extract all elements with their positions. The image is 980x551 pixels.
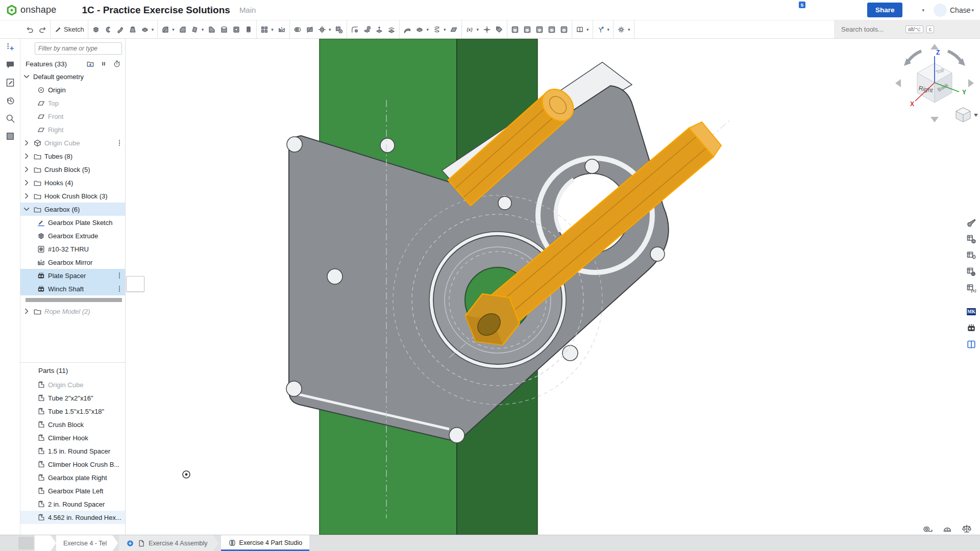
notifications-button[interactable]: 5 <box>790 4 802 16</box>
replace-face-button[interactable] <box>385 23 398 36</box>
feature-row-default-geometry[interactable]: Default geometry <box>20 70 125 83</box>
mate-connector-button[interactable] <box>481 23 493 36</box>
angle-tool-button[interactable] <box>941 522 953 535</box>
part-row-tube-2-x2-x16[interactable]: Tube 2"x2"x16" <box>20 391 125 405</box>
feature-row-origin-cube[interactable]: Origin Cube <box>20 136 125 149</box>
thread-button[interactable] <box>242 23 255 36</box>
part-row-1-5-in-round-spacer[interactable]: 1.5 in. Round Spacer <box>20 444 125 458</box>
onshape-logo[interactable]: onshape <box>6 5 56 16</box>
history-button[interactable] <box>4 95 16 106</box>
main-menu-button[interactable] <box>61 4 74 16</box>
thicken-button[interactable]: ▾ <box>139 23 156 36</box>
tab-exercise-4-part-studio[interactable]: Exercise 4 Part Studio <box>221 535 310 551</box>
linear-pattern-button[interactable]: ▾ <box>258 23 276 36</box>
app-store-button[interactable] <box>828 4 841 16</box>
redo-button[interactable] <box>36 23 48 36</box>
material-library-button[interactable]: ▾ <box>574 23 591 36</box>
search-tools-box[interactable]: alt/⌥ c <box>834 20 980 38</box>
featurescript-notices-button[interactable] <box>770 4 782 16</box>
rollback-history-button[interactable] <box>113 60 121 68</box>
modify-fillet-button[interactable] <box>349 23 361 36</box>
feature-row-tubes-8[interactable]: Tubes (8) <box>20 149 125 163</box>
custom-feature-2-button[interactable] <box>521 23 533 36</box>
feature-row-hook-crush-block-3[interactable]: Hook Crush Block (3) <box>20 189 125 203</box>
part-row-4-562-in-rounded-hex[interactable]: 4.562 in. Rounded Hex... <box>20 511 125 524</box>
feature-row-origin[interactable]: Origin <box>20 83 125 96</box>
tasks-button[interactable] <box>809 4 821 16</box>
robot-builder-app-button[interactable] <box>965 321 978 335</box>
learn-button[interactable] <box>848 4 860 16</box>
offset-surface-button[interactable] <box>401 23 413 36</box>
search-features-button[interactable] <box>4 113 16 124</box>
fill-surface-button[interactable] <box>448 23 460 36</box>
find-in-tabs-button[interactable] <box>0 535 17 551</box>
split-button[interactable] <box>304 23 316 36</box>
rotate-right-arrow[interactable] <box>968 79 974 87</box>
feature-row-winch-shaft[interactable]: Winch Shaft <box>20 282 125 295</box>
feature-row-front[interactable]: Front <box>20 110 125 123</box>
helix-button[interactable]: ▾ <box>431 23 448 36</box>
feature-row-rope-model-2[interactable]: Rope Model (2) <box>20 305 125 318</box>
part-row-origin-cube[interactable]: Origin Cube <box>20 378 125 391</box>
part-row-tube-1-5-x1-5-x18[interactable]: Tube 1.5"x1.5"x18" <box>20 405 125 418</box>
variables-table-button[interactable]: (x) <box>965 282 978 295</box>
view-options-button[interactable] <box>956 108 978 122</box>
drag-handle-icon[interactable] <box>116 139 123 147</box>
named-views-button[interactable]: ▾ <box>595 23 612 36</box>
comments-button[interactable] <box>4 59 16 70</box>
hole-table-button[interactable] <box>965 265 978 279</box>
extrude-button[interactable] <box>90 23 102 36</box>
copy-link-button[interactable] <box>261 5 271 15</box>
rotate-cw-arrow[interactable] <box>948 51 965 66</box>
learning-center-button[interactable] <box>276 4 288 16</box>
part-row-climber-hook[interactable]: Climber Hook <box>20 431 125 444</box>
feature-row-gearbox-extrude[interactable]: Gearbox Extrude <box>20 229 125 242</box>
shell-button[interactable] <box>218 23 230 36</box>
custom-feature-5-button[interactable] <box>558 23 570 36</box>
move-face-button[interactable] <box>373 23 385 36</box>
custom-feature-3-button[interactable] <box>533 23 546 36</box>
tag-button[interactable] <box>493 23 505 36</box>
part-row-gearbox-plate-left[interactable]: Gearbox Plate Left <box>20 484 125 497</box>
hole-button[interactable] <box>230 23 242 36</box>
part-row-climber-hook-crush-b[interactable]: Climber Hook Crush B... <box>20 458 125 471</box>
fillet-button[interactable]: ▾ <box>159 23 177 36</box>
rotate-left-arrow[interactable] <box>895 79 901 87</box>
share-button[interactable]: Share <box>867 3 903 17</box>
feature-row-gearbox-mirror[interactable]: Gearbox Mirror <box>20 256 125 269</box>
drag-handle-icon[interactable] <box>116 285 123 293</box>
insert-item-button[interactable] <box>4 41 16 53</box>
drag-handle-icon[interactable] <box>116 271 123 280</box>
feature-row-hooks-4[interactable]: Hooks (4) <box>20 176 125 189</box>
search-tools-input[interactable] <box>841 26 902 33</box>
filter-funnel-icon[interactable] <box>24 44 32 53</box>
part-row-2-in-round-spacer[interactable]: 2 in. Round Spacer <box>20 497 125 511</box>
mkcad-app-button[interactable]: MK <box>965 305 978 318</box>
library-app-button[interactable] <box>965 338 978 351</box>
model-viewport[interactable] <box>0 39 980 535</box>
feature-row-gearbox-plate-sketch[interactable]: Gearbox Plate Sketch <box>20 216 125 229</box>
undo-button[interactable] <box>24 23 36 36</box>
delete-part-button[interactable] <box>333 23 345 36</box>
document-notes-button[interactable] <box>4 77 16 88</box>
rotate-ccw-arrow[interactable] <box>904 51 921 66</box>
chevron-down-icon[interactable] <box>28 366 36 374</box>
boolean-button[interactable] <box>291 23 304 36</box>
part-row-gearbox-plate-right[interactable]: Gearbox plate Right <box>20 471 125 484</box>
suppress-button[interactable] <box>100 60 108 68</box>
parts-table-button[interactable] <box>965 233 978 246</box>
filter-input[interactable] <box>35 42 122 55</box>
new-folder-button[interactable] <box>86 60 94 68</box>
measure-tool-button[interactable] <box>922 522 934 535</box>
sketch-button[interactable]: Sketch <box>52 23 86 36</box>
rib-button[interactable] <box>206 23 218 36</box>
tab-document-home[interactable] <box>35 535 56 551</box>
draft-button[interactable]: ▾ <box>189 23 206 36</box>
feature-row-top[interactable]: Top <box>20 96 125 110</box>
custom-toolbox-button[interactable]: ▾ <box>615 23 632 36</box>
loft-button[interactable] <box>127 23 139 36</box>
tab-exercise-4-tel[interactable]: Exercise 4 - Tel <box>56 535 118 551</box>
feature-row-gearbox-6[interactable]: Gearbox (6) <box>20 203 125 216</box>
feature-row-10-32-thru[interactable]: #10-32 THRU <box>20 242 125 256</box>
rollback-bar[interactable] <box>20 295 125 305</box>
